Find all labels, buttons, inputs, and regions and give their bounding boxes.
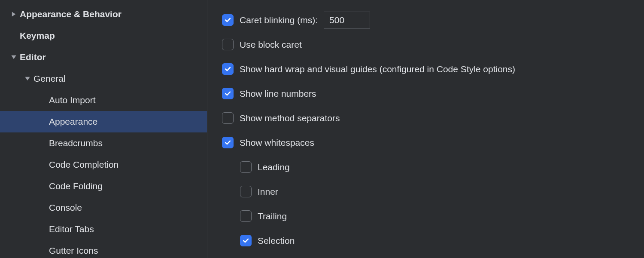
caret-blinking-label: Caret blinking (ms): bbox=[240, 15, 318, 25]
chevron-down-icon bbox=[8, 54, 20, 60]
settings-sidebar: Appearance & Behavior Keymap Editor Gene… bbox=[0, 0, 207, 258]
setting-show-hard-wrap: Show hard wrap and visual guides (config… bbox=[222, 57, 644, 81]
caret-blinking-input[interactable] bbox=[324, 12, 370, 29]
setting-ws-trailing: Trailing bbox=[222, 204, 644, 228]
show-whitespaces-checkbox[interactable] bbox=[222, 137, 234, 148]
setting-caret-blinking: Caret blinking (ms): bbox=[222, 8, 644, 32]
setting-ws-selection: Selection bbox=[222, 228, 644, 253]
sidebar-item-label: Appearance & Behavior bbox=[20, 9, 122, 19]
use-block-caret-label: Use block caret bbox=[240, 40, 302, 50]
show-hard-wrap-label: Show hard wrap and visual guides (config… bbox=[240, 64, 515, 74]
setting-ws-inner: Inner bbox=[222, 179, 644, 204]
sidebar-item-code-folding[interactable]: Code Folding bbox=[0, 175, 207, 197]
sidebar-item-console[interactable]: Console bbox=[0, 197, 207, 218]
show-whitespaces-label: Show whitespaces bbox=[240, 138, 314, 148]
show-method-separators-label: Show method separators bbox=[240, 113, 340, 123]
sidebar-item-label: Editor Tabs bbox=[49, 224, 94, 234]
sidebar-item-label: Console bbox=[49, 203, 82, 213]
show-line-numbers-checkbox[interactable] bbox=[222, 88, 234, 99]
sidebar-item-label: Keymap bbox=[20, 31, 55, 41]
sidebar-item-general[interactable]: General bbox=[0, 68, 207, 89]
caret-blinking-checkbox[interactable] bbox=[222, 14, 234, 26]
sidebar-item-label: Breadcrumbs bbox=[49, 138, 103, 148]
setting-ws-leading: Leading bbox=[222, 155, 644, 179]
sidebar-item-gutter-icons[interactable]: Gutter Icons bbox=[0, 240, 207, 258]
sidebar-item-label: Editor bbox=[20, 52, 46, 62]
sidebar-item-label: Gutter Icons bbox=[49, 246, 98, 256]
setting-show-line-numbers: Show line numbers bbox=[222, 81, 644, 106]
sidebar-item-breadcrumbs[interactable]: Breadcrumbs bbox=[0, 132, 207, 154]
ws-trailing-checkbox[interactable] bbox=[240, 210, 252, 222]
sidebar-item-auto-import[interactable]: Auto Import bbox=[0, 89, 207, 111]
sidebar-item-appearance[interactable]: Appearance bbox=[0, 111, 207, 132]
show-hard-wrap-checkbox[interactable] bbox=[222, 63, 234, 75]
sidebar-item-appearance-behavior[interactable]: Appearance & Behavior bbox=[0, 3, 207, 25]
sidebar-item-editor[interactable]: Editor bbox=[0, 46, 207, 68]
sidebar-item-keymap[interactable]: Keymap bbox=[0, 25, 207, 46]
ws-leading-checkbox[interactable] bbox=[240, 161, 252, 173]
setting-show-whitespaces: Show whitespaces bbox=[222, 130, 644, 155]
sidebar-item-label: Appearance bbox=[49, 117, 97, 127]
use-block-caret-checkbox[interactable] bbox=[222, 39, 234, 50]
chevron-down-icon bbox=[21, 76, 33, 82]
ws-trailing-label: Trailing bbox=[258, 211, 287, 221]
chevron-right-icon bbox=[8, 11, 20, 17]
ws-inner-label: Inner bbox=[258, 187, 278, 197]
ws-selection-checkbox[interactable] bbox=[240, 235, 252, 246]
sidebar-item-label: Code Completion bbox=[49, 160, 118, 170]
sidebar-item-label: Auto Import bbox=[49, 95, 96, 105]
ws-leading-label: Leading bbox=[258, 162, 290, 172]
ws-inner-checkbox[interactable] bbox=[240, 186, 252, 197]
setting-use-block-caret: Use block caret bbox=[222, 32, 644, 57]
sidebar-item-label: General bbox=[33, 74, 66, 84]
show-method-separators-checkbox[interactable] bbox=[222, 112, 234, 124]
sidebar-item-label: Code Folding bbox=[49, 181, 103, 191]
settings-content: Caret blinking (ms): Use block caret Sho… bbox=[207, 0, 644, 258]
ws-selection-label: Selection bbox=[258, 236, 295, 246]
show-line-numbers-label: Show line numbers bbox=[240, 89, 316, 99]
sidebar-item-code-completion[interactable]: Code Completion bbox=[0, 154, 207, 175]
sidebar-item-editor-tabs[interactable]: Editor Tabs bbox=[0, 218, 207, 240]
setting-show-method-separators: Show method separators bbox=[222, 106, 644, 130]
